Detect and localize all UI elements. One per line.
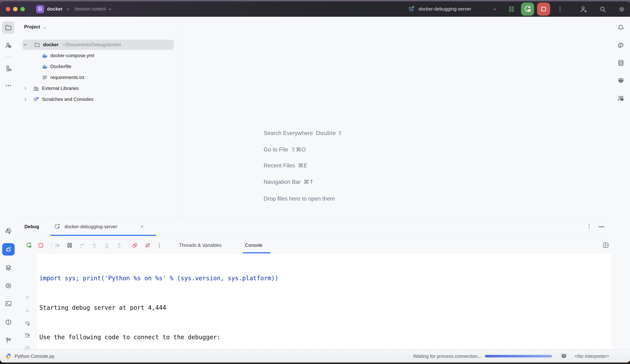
console-line: import sys; print('Python %s on %s' % (s…: [40, 273, 362, 283]
tree-row-file[interactable]: docker-compose.yml: [17, 50, 179, 61]
close-window-button[interactable]: [6, 7, 10, 11]
hide-panel-button[interactable]: [598, 226, 604, 227]
run-icon[interactable]: [2, 280, 14, 292]
services-icon[interactable]: [2, 261, 14, 274]
shortcut-hint: Recent Files⌘E: [264, 162, 307, 169]
version-control-menu[interactable]: Version control: [74, 1, 106, 17]
project-menu[interactable]: docker: [47, 1, 62, 17]
settings-gear-icon[interactable]: [618, 5, 626, 13]
run-config-icon: [408, 6, 415, 13]
project-panel-title: Project: [24, 24, 40, 29]
tab-threads-variables[interactable]: Threads & Variables: [179, 237, 222, 254]
ai-assistant-icon[interactable]: [615, 39, 627, 51]
divider: [52, 242, 52, 249]
layout-settings-icon[interactable]: [602, 242, 609, 249]
tree-item-label: Scratches and Consoles: [42, 94, 93, 105]
debug-session-tab[interactable]: docker-debugging-server: [64, 218, 117, 235]
left-activity-bar: ?: [0, 17, 17, 350]
editor-empty-area: Search EverywhereDouble ⇧ Go to File⇧⌘O …: [179, 17, 612, 217]
down-stack-trace-icon[interactable]: [24, 308, 30, 313]
text-file-icon: [42, 75, 48, 80]
step-out-icon[interactable]: [116, 242, 122, 249]
code-with-me-icon[interactable]: [615, 92, 627, 105]
mute-breakpoints-icon[interactable]: [144, 242, 151, 249]
add-user-icon[interactable]: [580, 5, 587, 13]
console-output: import sys; print('Python %s on %s' % (s…: [40, 254, 362, 363]
tree-row-file[interactable]: Dockerfile: [17, 61, 179, 72]
restart-debug-icon: [524, 5, 532, 13]
console-line: Starting debug server at port 4,444: [40, 303, 362, 313]
chevron-down-icon: [493, 7, 497, 11]
title-bar: D docker Version control docker-debuggin…: [0, 1, 630, 17]
notifications-bell-icon[interactable]: [615, 21, 627, 34]
active-tab-underline: [243, 252, 270, 253]
status-current-file[interactable]: Python Console.py: [14, 350, 54, 363]
stop-button[interactable]: [537, 2, 550, 16]
tree-row-root[interactable]: docker ~/Documents/Debug/docker: [17, 39, 179, 50]
stop-icon[interactable]: [38, 242, 44, 249]
scroll-to-end-icon[interactable]: [24, 332, 30, 338]
tree-row-file[interactable]: requirements.txt: [17, 72, 179, 83]
more-vertical-icon[interactable]: [156, 242, 162, 249]
database-icon[interactable]: [615, 57, 627, 69]
status-interpreter[interactable]: <No interpreter>: [574, 350, 609, 363]
project-panel: Project docker ~/Documents/Debug/docker …: [17, 17, 179, 219]
libraries-icon: [33, 86, 39, 91]
soft-wrap-icon[interactable]: [24, 320, 30, 326]
debug-tool-window: Debug docker-debugging-server: [17, 217, 612, 350]
debug-title: Debug: [24, 218, 39, 235]
tree-item-label: Dockerfile: [50, 61, 72, 72]
chevron-down-icon[interactable]: [43, 26, 47, 30]
problems-icon[interactable]: [2, 316, 14, 328]
resume-icon[interactable]: [54, 242, 61, 249]
status-bar: Python Console.py Waiting for process co…: [0, 350, 630, 363]
right-activity-bar: [611, 17, 630, 350]
minimize-window-button[interactable]: [13, 7, 18, 11]
progress-bar[interactable]: [485, 355, 552, 358]
terminal-icon[interactable]: [2, 297, 14, 310]
debug-console: import sys; print('Python %s on %s' % (s…: [17, 254, 612, 350]
docker-file-icon: [42, 53, 48, 59]
active-tab-underline: [50, 235, 156, 236]
debug-toolbar: Threads & Variables Console: [17, 237, 612, 254]
view-breakpoints-icon[interactable]: [132, 242, 138, 249]
close-icon[interactable]: [140, 225, 144, 229]
search-icon[interactable]: [599, 5, 607, 13]
python-console-icon[interactable]: [2, 225, 14, 237]
ai-chat-robot-icon[interactable]: [560, 353, 567, 360]
plugins-grid-icon[interactable]: [2, 62, 14, 75]
shortcut-hint: Search EverywhereDouble ⇧: [264, 130, 342, 137]
status-progress-text: Waiting for process connection...: [413, 350, 482, 363]
chevron-right-icon[interactable]: [23, 97, 28, 102]
tree-item-label: requirements.txt: [50, 72, 84, 83]
step-over-icon[interactable]: [79, 242, 85, 249]
stop-icon: [540, 5, 547, 13]
project-folder-icon[interactable]: [2, 21, 14, 34]
project-badge[interactable]: D: [36, 5, 44, 13]
run-config-selector[interactable]: docker-debugging-server: [418, 1, 471, 17]
ai-chat-robot-icon[interactable]: [615, 75, 627, 87]
rerun-debug-icon[interactable]: [26, 242, 32, 249]
zoom-window-button[interactable]: [20, 7, 25, 11]
force-step-into-icon[interactable]: [104, 242, 110, 249]
tab-console[interactable]: Console: [245, 237, 262, 254]
tree-row-scratches[interactable]: Scratches and Consoles: [17, 94, 179, 105]
tree-root-name: docker: [43, 39, 58, 50]
pause-icon[interactable]: [66, 242, 73, 249]
chevron-down-icon: [66, 7, 70, 11]
divider: [129, 242, 129, 249]
chevron-down-icon[interactable]: [23, 43, 27, 47]
up-stack-trace-icon[interactable]: [24, 295, 30, 301]
more-vertical-icon[interactable]: [557, 6, 563, 12]
tree-row-external-libraries[interactable]: External Libraries: [17, 83, 179, 94]
more-vertical-icon[interactable]: [586, 223, 592, 229]
debug-icon[interactable]: [2, 243, 14, 256]
more-tools-icon[interactable]: [2, 79, 14, 92]
version-control-icon[interactable]: [2, 334, 14, 347]
rerun-debug-button[interactable]: [521, 2, 534, 16]
help-contact-icon[interactable]: ?: [2, 39, 14, 52]
pause-icon[interactable]: [508, 6, 515, 12]
chevron-right-icon[interactable]: [23, 86, 28, 91]
docker-file-icon: [42, 64, 48, 69]
step-into-icon[interactable]: [91, 242, 98, 249]
